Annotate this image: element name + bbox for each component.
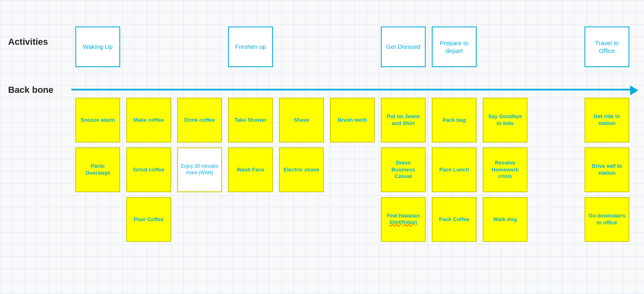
- sticky-go-downstairs[interactable]: Go downstairs to office: [585, 197, 629, 242]
- activity-box-get-dressed[interactable]: Get Dressed: [381, 26, 426, 67]
- sticky-make-coffee[interactable]: Make coffee: [126, 98, 171, 143]
- activity-box-waking-up[interactable]: Waking Up: [75, 26, 120, 67]
- sticky-shave[interactable]: Shave: [279, 98, 324, 143]
- sticky-say-goodbye[interactable]: Say Goodbye to kids: [483, 98, 528, 143]
- backbone-arrow: [630, 86, 638, 95]
- sticky-get-ride[interactable]: Get ride to station: [585, 98, 629, 143]
- sticky-enjoy-30[interactable]: Enjoy 30 minutes more (WAH): [177, 147, 222, 192]
- sticky-dress-business[interactable]: Dress Business Casual: [381, 147, 426, 192]
- sticky-brush-teeth[interactable]: Brush teeth: [330, 98, 375, 143]
- sticky-pour-coffee[interactable]: Pour Coffee: [126, 197, 171, 242]
- sticky-put-on-jeans[interactable]: Put on Jeans and Shirt: [381, 98, 426, 143]
- sticky-take-shower[interactable]: Take Shower: [228, 98, 273, 143]
- sticky-find-hawaiian[interactable]: Find Hawaiian Shirt(friday): [381, 197, 426, 242]
- sticky-resolve-homework[interactable]: Resolve Homework crisis: [483, 147, 528, 192]
- sticky-pack-lunch[interactable]: Pack Lunch: [432, 147, 477, 192]
- sticky-drive-self[interactable]: Drive self to station: [585, 147, 629, 192]
- activity-box-freshen-up[interactable]: Freshen up: [228, 26, 273, 67]
- sticky-snooze-alarm[interactable]: Snooze alarm: [75, 98, 120, 143]
- activity-box-prepare-depart[interactable]: Prepare to depart: [432, 26, 477, 67]
- sticky-pack-coffee[interactable]: Pack Coffee: [432, 197, 477, 242]
- sticky-walk-dog[interactable]: Walk dog: [483, 197, 528, 242]
- sticky-grind-coffee[interactable]: Grind coffee: [126, 147, 171, 192]
- sticky-electric-shave[interactable]: Electric shave: [279, 147, 324, 192]
- label-backbone: Back bone: [8, 85, 53, 95]
- backbone-line: [71, 89, 634, 90]
- label-activities: Activities: [8, 37, 48, 47]
- sticky-wash-face[interactable]: Wash Face: [228, 147, 273, 192]
- sticky-panic-overslept[interactable]: Panic Overslept: [75, 147, 120, 192]
- sticky-drink-coffee[interactable]: Drink coffee: [177, 98, 222, 143]
- sticky-pack-bag[interactable]: Pack bag: [432, 98, 477, 143]
- activity-box-travel-office[interactable]: Travel to Office: [585, 26, 629, 67]
